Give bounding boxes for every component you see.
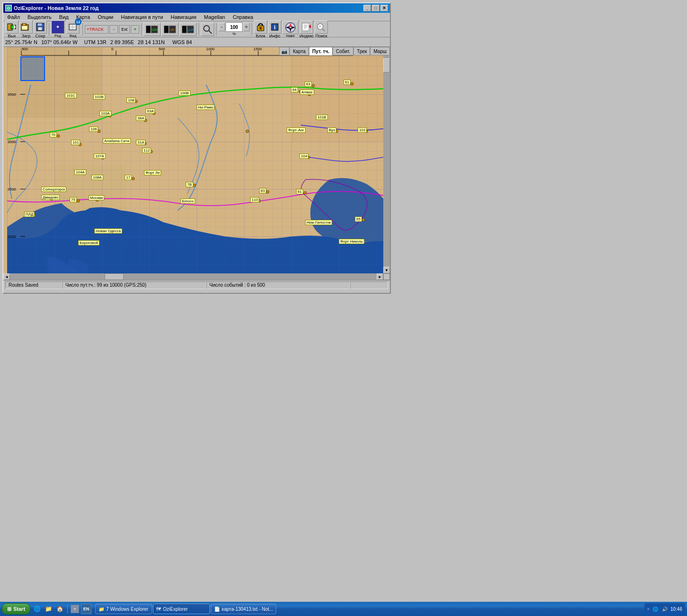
wp-aleksin[interactable]: Алабина Сити	[103, 138, 131, 144]
scroll-v-track[interactable]	[383, 54, 390, 267]
track-plus[interactable]: +	[131, 25, 139, 34]
wp-vue[interactable]: Вуэ	[327, 127, 336, 133]
wp-63[interactable]: 63	[305, 82, 312, 87]
tab-route[interactable]: Марш	[370, 47, 390, 55]
track-minus[interactable]: -	[109, 25, 118, 34]
menu-nav-path[interactable]: Навигация в пути	[119, 14, 165, 20]
close-button[interactable]: ✕	[380, 5, 388, 11]
gps-btn-3[interactable]: ▲GPS	[180, 23, 197, 36]
scroll-h-track[interactable]	[10, 273, 377, 280]
wp-ppd[interactable]: ПЛД	[24, 212, 35, 217]
block-button[interactable]	[254, 20, 267, 34]
wp-beloso[interactable]: Бiлосо	[181, 199, 195, 204]
tab-waypoints[interactable]: Пут. тч.	[309, 47, 333, 55]
track-ext[interactable]: Ext	[119, 25, 130, 34]
wp-fort-ang[interactable]: Форт-Анг	[287, 127, 306, 133]
wp-83[interactable]: 83	[259, 188, 266, 193]
gps-btn-1[interactable]: GPS	[144, 23, 161, 36]
wp-ni-ramo[interactable]: Ни-Рамо	[197, 105, 215, 110]
wp-112[interactable]: 112	[142, 148, 151, 153]
wp-moskva[interactable]: Москва	[89, 195, 104, 200]
wp-17[interactable]: 17	[125, 175, 132, 180]
tray-network-icon[interactable]: 🌐	[651, 605, 659, 613]
search-button[interactable]: ?	[315, 20, 328, 34]
menu-magellan[interactable]: Magellan	[202, 14, 227, 20]
taskbar-notepad[interactable]: 📄 карта-130413.txt - Not...	[211, 604, 276, 614]
wp-104[interactable]: 104	[299, 154, 308, 159]
tab-events[interactable]: Собит.	[333, 47, 353, 55]
taskbar-windows-explorer[interactable]: 📁 7 Windows Explorer	[95, 604, 152, 614]
wp-108[interactable]: 108	[127, 98, 136, 103]
wp-75[interactable]: 75	[70, 197, 77, 202]
scroll-right-arrow[interactable]: ►	[377, 273, 383, 280]
wp-65[interactable]: 65	[355, 217, 362, 222]
wp-borogov[interactable]: Бороговой	[78, 240, 99, 245]
tab-track[interactable]: Трек	[353, 47, 370, 55]
wp-38a[interactable]: 38A	[136, 116, 145, 121]
wp-nova-od[interactable]: Новая Одесса	[94, 228, 122, 234]
wp-61[interactable]: 61	[344, 80, 351, 85]
camera-tab[interactable]: 📷	[279, 47, 289, 55]
index-button[interactable]	[300, 20, 313, 34]
gps-btn-2[interactable]: -28V	[162, 23, 179, 36]
wp-93a[interactable]: 93A	[145, 109, 155, 114]
zoom-out-button[interactable]: -	[218, 23, 225, 31]
wp-81[interactable]: 81	[296, 189, 303, 194]
wp-soln[interactable]: Солнцогорск	[41, 187, 66, 192]
map-viewport[interactable]: -500 0 500 1000 1500 1500 1500 3500 3000…	[3, 47, 390, 273]
wp-101[interactable]: 101	[71, 140, 80, 145]
scroll-v-thumb[interactable]	[383, 58, 390, 72]
wp-103a[interactable]: 103A	[99, 111, 111, 116]
scroll-left-arrow[interactable]: ◄	[3, 273, 10, 280]
info-button[interactable]: i	[268, 20, 281, 34]
wp-102b[interactable]: 102B	[93, 94, 105, 100]
wp-101b[interactable]: 101B	[316, 115, 328, 120]
wp-104a[interactable]: 104A	[74, 170, 86, 175]
quick-launch-folder[interactable]: 📁	[44, 604, 53, 614]
minimize-button[interactable]: _	[363, 5, 371, 11]
wp-102[interactable]: 102	[358, 127, 367, 133]
wp-106[interactable]: 106	[89, 127, 98, 132]
menu-options[interactable]: Опции	[96, 14, 115, 20]
zoom-search-button[interactable]	[201, 23, 214, 36]
map-scrollbar-h[interactable]: ◄ ►	[3, 273, 383, 280]
wp-101c[interactable]: 101C	[65, 93, 77, 98]
start-button[interactable]: ⊞ Start	[2, 603, 30, 615]
edit-button[interactable]: ✦	[51, 20, 64, 34]
menu-help[interactable]: Справка	[231, 14, 255, 20]
wp-64[interactable]: 64	[291, 87, 298, 92]
wp-31a[interactable]: 31A	[136, 140, 145, 145]
scroll-down-arrow[interactable]: ▼	[383, 267, 390, 273]
language-indicator[interactable]: EN	[81, 604, 91, 614]
wp-7b[interactable]: 7B	[186, 182, 193, 187]
wp-110[interactable]: 110	[250, 197, 259, 202]
wp-fort-p[interactable]: Форт Ле	[144, 170, 161, 175]
map-scrollbar-v[interactable]: ▲ ▼	[383, 47, 390, 273]
zoom-in-button[interactable]: +	[243, 23, 250, 31]
quick-launch-home[interactable]: 🏠	[55, 604, 64, 614]
menu-file[interactable]: Файл	[5, 14, 22, 20]
menu-select[interactable]: Выделить	[26, 14, 54, 20]
menu-nav[interactable]: Навигация	[169, 14, 198, 20]
wp-almaz[interactable]: Алмаз	[300, 90, 314, 95]
tray-sound-icon[interactable]: 🔊	[661, 605, 669, 613]
scroll-h-thumb[interactable]	[105, 273, 124, 280]
load-button[interactable]	[19, 20, 33, 34]
nav-button[interactable]	[282, 21, 298, 34]
wp-70[interactable]: 70	[50, 132, 57, 137]
tab-map[interactable]: Карта	[289, 47, 309, 55]
wp-100b[interactable]: 100B	[179, 91, 190, 96]
exit-button[interactable]	[5, 20, 18, 34]
tray-show-label[interactable]: «	[647, 607, 650, 611]
wp-dend[interactable]: Дмидово	[41, 195, 60, 200]
wp-108a[interactable]: 108A	[91, 175, 103, 180]
track-button[interactable]: +TRACK	[85, 25, 108, 34]
save-button[interactable]	[34, 20, 47, 34]
taskbar-oziexplorer[interactable]: 🗺 OziExplorer	[153, 604, 210, 614]
wp-fort-nik[interactable]: Форт Николь	[339, 239, 364, 244]
maximize-button[interactable]: □	[372, 5, 380, 11]
menu-view[interactable]: Вид	[57, 14, 71, 20]
wp-niz-gel[interactable]: Ниж-Гилосток	[305, 220, 332, 225]
wp-107a[interactable]: 107A	[94, 154, 106, 159]
quick-launch-browser[interactable]: 🌐	[32, 604, 42, 614]
